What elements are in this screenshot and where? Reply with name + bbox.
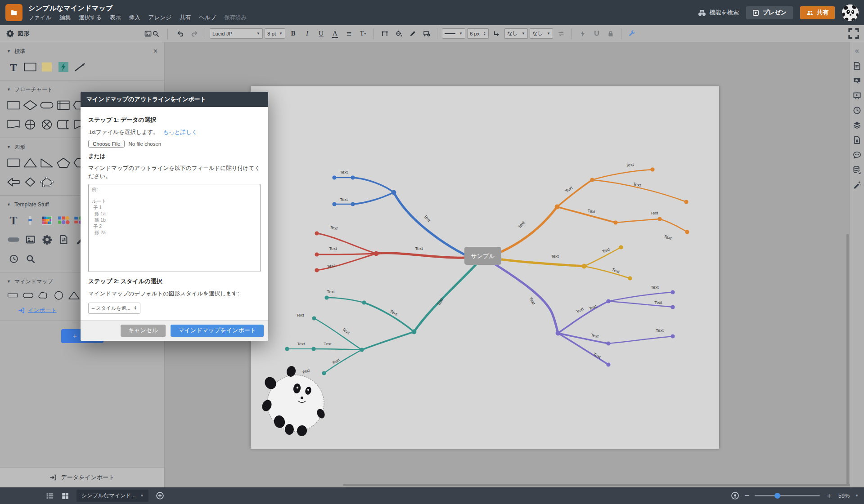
zoom-fit-icon[interactable] [731,491,739,500]
mindmap-text-label[interactable]: Text [656,328,664,333]
section-caret-icon[interactable]: ▼ [7,145,11,149]
mindmap-node-dot[interactable] [555,205,560,210]
mindmap-text-label[interactable]: Text [297,341,305,346]
fullscreen-icon[interactable] [847,27,860,40]
mindmap-node-dot[interactable] [324,295,328,299]
section-caret-icon[interactable]: ▼ [7,279,11,284]
mindmap-text-label[interactable]: Text [663,234,672,241]
user-avatar[interactable] [842,4,859,21]
mindmap-text-label[interactable]: Text [342,327,351,335]
mindmap-edge[interactable] [376,253,464,258]
tools-wrench-button[interactable] [626,27,638,40]
mindmap-node-dot[interactable] [619,245,623,249]
zoom-out-button[interactable]: − [745,492,749,500]
feature-search-button[interactable]: 機能を検索 [698,9,738,17]
mindmap-node-dot[interactable] [315,268,319,272]
mindmap-node-dot[interactable] [312,316,316,320]
shape-tile-text[interactable]: T [6,59,21,75]
lock-button[interactable] [604,27,616,40]
mindmap-text-label[interactable]: Text [517,220,526,229]
shape-tile-clock-tile[interactable] [6,251,21,267]
section-caret-icon[interactable]: ▼ [7,202,11,207]
mindmap-text-label[interactable]: Text [302,367,310,375]
section-title[interactable]: フローチャート [14,86,53,94]
line-style-select[interactable]: ▼ [442,28,465,39]
shape-tile-rect[interactable] [22,59,38,75]
menu-item[interactable]: 共有 [180,14,191,22]
horizontal-scrollbar[interactable] [343,484,850,486]
shape-tile-decision[interactable] [22,98,38,113]
section-caret-icon[interactable]: ▼ [7,49,11,54]
mindmap-edge[interactable] [592,169,652,180]
mindmap-center-label[interactable]: サンプル [471,253,495,259]
mindmap-edge[interactable] [314,349,362,350]
shape-tile-gear-tile[interactable] [39,232,54,247]
mindmap-edge[interactable] [501,259,584,266]
history-clock-icon[interactable] [852,105,862,115]
mindmap-node-dot[interactable] [582,264,587,269]
mindmap-node-dot[interactable] [332,175,336,179]
mindmap-node-dot[interactable] [315,252,319,256]
shape-tile-swatches[interactable] [56,213,71,228]
mindmap-edge[interactable] [353,192,394,204]
choose-file-button[interactable]: Choose File [88,140,125,148]
menu-item[interactable]: 選択する [79,14,102,22]
shape-tile-mm-triangle[interactable] [67,290,81,301]
mindmap-edge[interactable] [317,233,376,254]
outline-textarea[interactable] [88,184,261,272]
mindmap-node-dot[interactable] [670,290,675,294]
magic-wand-icon[interactable] [852,179,862,189]
document-title[interactable]: シンプルなマインドマップ [28,4,247,13]
swap-endpoints-button[interactable] [555,27,567,40]
panda-drawing[interactable] [260,365,326,437]
mindmap-node-dot[interactable] [670,305,675,309]
mindmap-edge[interactable] [317,254,376,270]
mindmap-text-label[interactable]: Text [415,246,423,251]
font-size-select[interactable]: 8 pt▼ [265,28,285,39]
menu-item[interactable]: ヘルプ [199,14,216,22]
shape-tile-mm-rect[interactable] [6,290,20,301]
mindmap-node-dot[interactable] [412,330,417,335]
shape-tile-diamond[interactable] [22,174,38,190]
mindmap-edge[interactable] [353,178,394,192]
section-caret-icon[interactable]: ▼ [7,87,11,92]
mindmap-node-dot[interactable] [613,220,617,224]
shape-tile-stored-data[interactable] [56,117,71,132]
menu-item[interactable]: 挿入 [129,14,140,22]
shape-style-button[interactable] [378,27,391,40]
mindmap-text-label[interactable]: Text [528,296,537,306]
mindmap-text-label[interactable]: Text [324,341,332,346]
mindmap-text-label[interactable]: Text [592,352,602,360]
mindmap-edge[interactable] [496,265,558,333]
mindmap-node-dot[interactable] [285,347,289,351]
mindmap-edge[interactable] [317,254,376,254]
mindmap-edge[interactable] [558,301,608,333]
import-button[interactable]: マインドマップをインポート [171,325,264,337]
shape-tile-spacing[interactable] [22,213,38,228]
quick-style-button[interactable] [576,27,589,40]
layers-icon[interactable] [852,120,862,130]
document-icon[interactable] [5,4,22,21]
mindmap-node-dot[interactable] [311,347,315,351]
shape-tile-process[interactable] [6,98,21,113]
mindmap-edge[interactable] [608,301,673,307]
zoom-slider[interactable] [755,495,820,496]
mindmap-node-dot[interactable] [374,251,379,256]
document-list-icon[interactable] [46,492,54,500]
section-title[interactable]: マインドマップ [14,278,53,285]
undo-button[interactable] [174,27,186,40]
line-width-stepper[interactable]: 6 px▲▼ [467,28,489,39]
vertical-scrollbar[interactable] [846,234,849,485]
mindmap-edge[interactable] [362,332,414,350]
underline-button[interactable]: U [315,27,327,40]
mindmap-text-label[interactable]: Text [575,306,585,314]
page[interactable]: TextTextTextTextTextTextTextTextTextText… [251,86,719,449]
data-linking-icon[interactable] [852,165,862,174]
italic-button[interactable]: I [301,27,313,40]
insert-image-button[interactable] [144,30,152,37]
mindmap-edge[interactable] [557,207,616,223]
mindmap-text-label[interactable]: Text [564,185,574,193]
shape-tile-triangle[interactable] [22,155,38,170]
shape-tile-mm-cloud[interactable] [36,290,50,301]
section-title[interactable]: 標準 [14,48,25,55]
